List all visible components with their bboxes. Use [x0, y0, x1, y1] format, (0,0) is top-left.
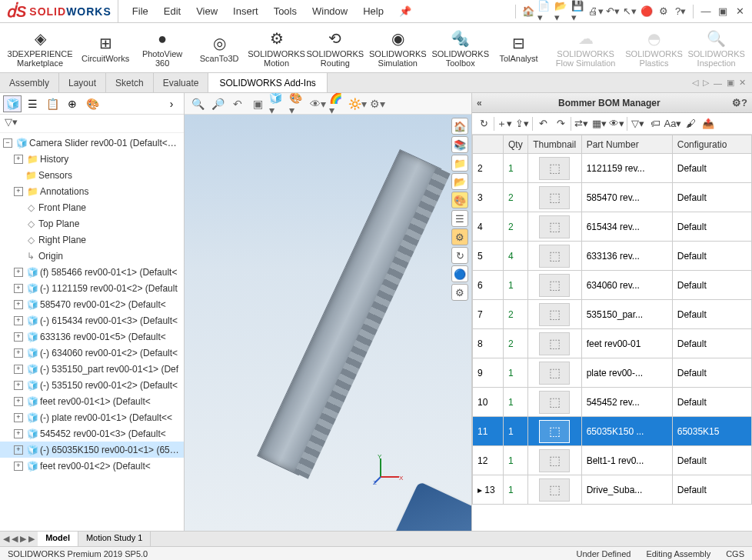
- ribbon-circuitworks[interactable]: ⊞CircuitWorks: [78, 31, 132, 65]
- tree-folder[interactable]: 📁Sensors: [0, 167, 184, 183]
- tree-part[interactable]: +🧊(-) 535150_part rev00-01<1> (Def: [0, 361, 184, 377]
- col-partnumber[interactable]: Part Number: [581, 135, 672, 154]
- export-icon[interactable]: ⇪▾: [514, 115, 531, 132]
- expand-icon[interactable]: +: [14, 462, 23, 471]
- tab-assembly[interactable]: Assembly: [0, 73, 59, 92]
- zoom-fit-icon[interactable]: 🔍: [189, 95, 206, 112]
- fm-display-icon[interactable]: ⊕: [63, 95, 82, 112]
- collapse-icon[interactable]: −: [3, 138, 12, 148]
- tree-part[interactable]: +🧊(-) 535150 rev00-01<2> (Default<: [0, 377, 184, 393]
- ribbon-flow[interactable]: ☁SOLIDWORKS Flow Simulation: [548, 26, 622, 69]
- undo-icon[interactable]: ↶: [534, 115, 551, 132]
- tree-part[interactable]: +🧊(-) plate rev00-01<1> (Default<<: [0, 409, 184, 425]
- tree-part[interactable]: +🧊feet rev00-01<1> (Default<: [0, 393, 184, 409]
- select-icon[interactable]: ↖▾: [622, 4, 637, 19]
- tag-icon[interactable]: 🏷: [647, 115, 664, 132]
- tree-folder[interactable]: ↳Origin: [0, 248, 184, 264]
- col-thumbnail[interactable]: Thumbnail: [527, 135, 581, 154]
- brush-icon[interactable]: 🖌: [682, 115, 699, 132]
- ribbon-plastics[interactable]: ◓SOLIDWORKS Plastics: [626, 26, 683, 69]
- tree-part[interactable]: +🧊feet rev00-01<2> (Default<: [0, 458, 184, 474]
- ribbon-photoview[interactable]: ●PhotoView 360: [135, 26, 189, 69]
- tree-folder[interactable]: ◇Right Plane: [0, 232, 184, 248]
- refresh-icon[interactable]: ↻: [475, 115, 492, 132]
- tree-folder[interactable]: ◇Top Plane: [0, 215, 184, 232]
- tab-nav[interactable]: ◀ ◀ ▶ ▶: [0, 532, 38, 546]
- display-style-icon[interactable]: 🎨▾: [289, 95, 306, 112]
- tab-motion-study[interactable]: Motion Study 1: [78, 532, 151, 546]
- col-configuration[interactable]: Configuratio: [672, 135, 751, 154]
- section-icon[interactable]: ▣: [249, 95, 266, 112]
- doc-min-icon[interactable]: —: [714, 78, 722, 88]
- hide-show-icon[interactable]: 👁▾: [309, 95, 326, 112]
- tree-folder[interactable]: ◇Front Plane: [0, 199, 184, 215]
- minimize-icon[interactable]: —: [698, 4, 714, 19]
- help-icon[interactable]: ?▾: [673, 4, 688, 19]
- open-icon[interactable]: 📂▾: [554, 4, 570, 19]
- expand-icon[interactable]: +: [14, 284, 23, 293]
- expand-icon[interactable]: +: [14, 348, 23, 358]
- table-row[interactable]: 21⬚1121159 rev...Default: [473, 154, 752, 183]
- visibility-icon[interactable]: 👁▾: [608, 115, 625, 132]
- table-row[interactable]: 121⬚Belt1-1 rev0...Default: [473, 446, 752, 475]
- col-qty[interactable]: Qty: [504, 135, 528, 154]
- view-settings-icon[interactable]: ⚙▾: [369, 95, 386, 112]
- tree-folder[interactable]: +📁History: [0, 151, 184, 167]
- expand-icon[interactable]: +: [14, 397, 23, 406]
- menu-window[interactable]: Window: [306, 2, 354, 20]
- fm-expand-icon[interactable]: ›: [162, 95, 181, 112]
- edit-appearance-icon[interactable]: 🌈▾: [329, 95, 346, 112]
- menu-edit[interactable]: Edit: [158, 2, 187, 20]
- col-index[interactable]: [473, 135, 504, 154]
- pin-icon[interactable]: 📌: [393, 2, 418, 20]
- zoom-area-icon[interactable]: 🔎: [209, 95, 226, 112]
- tree-root[interactable]: − 🧊 Camera Slider rev00-01 (Default<Disp: [0, 135, 184, 151]
- tree-part[interactable]: +🧊545452 rev00-01<3> (Default<: [0, 425, 184, 442]
- next-icon[interactable]: ▷: [703, 78, 709, 88]
- add-icon[interactable]: ＋▾: [496, 115, 513, 132]
- doc-close-icon[interactable]: ✕: [739, 78, 746, 88]
- ribbon-routing[interactable]: ⟲SOLIDWORKS Routing: [307, 26, 364, 69]
- tab-evaluate[interactable]: Evaluate: [154, 73, 209, 92]
- previous-view-icon[interactable]: ↶: [229, 95, 246, 112]
- fm-tree[interactable]: − 🧊 Camera Slider rev00-01 (Default<Disp…: [0, 133, 184, 531]
- orientation-triad[interactable]: Y X Z: [373, 454, 404, 485]
- table-row[interactable]: 91⬚plate rev00-...Default: [473, 358, 752, 388]
- tab-model[interactable]: Model: [38, 532, 78, 546]
- apply-scene-icon[interactable]: 🔆▾: [349, 95, 366, 112]
- expand-icon[interactable]: +: [14, 187, 23, 196]
- tab-layout[interactable]: Layout: [59, 73, 106, 92]
- tree-part[interactable]: +🧊(-) 634060 rev00-01<2> (Default<: [0, 345, 184, 361]
- menu-help[interactable]: Help: [357, 2, 390, 20]
- home-icon[interactable]: 🏠: [521, 4, 536, 19]
- tree-part[interactable]: +🧊(-) 65035K150 rev00-01<1> (65035: [0, 442, 184, 458]
- help-icon[interactable]: ?: [741, 97, 747, 108]
- expand-icon[interactable]: +: [14, 268, 23, 277]
- expand-icon[interactable]: +: [14, 429, 23, 438]
- collapse-icon[interactable]: «: [477, 98, 482, 108]
- maximize-icon[interactable]: ▣: [715, 4, 730, 19]
- menu-tools[interactable]: Tools: [268, 2, 303, 20]
- ribbon-marketplace[interactable]: ◈3DEXPERIENCE Marketplace: [5, 26, 75, 69]
- expand-icon[interactable]: +: [14, 316, 23, 325]
- table-row[interactable]: 82⬚feet rev00-01Default: [473, 329, 752, 358]
- menu-insert[interactable]: Insert: [227, 2, 265, 20]
- ribbon-simulation[interactable]: ◉SOLIDWORKS Simulation: [367, 26, 429, 69]
- menu-view[interactable]: View: [190, 2, 224, 20]
- fm-appearance-icon[interactable]: 🎨: [83, 95, 101, 112]
- ribbon-scanto3d[interactable]: ◎ScanTo3D: [192, 31, 246, 65]
- options-icon[interactable]: ⚙: [656, 4, 671, 19]
- menu-file[interactable]: File: [126, 2, 155, 20]
- bom-table[interactable]: Qty Thumbnail Part Number Configuratio 2…: [472, 135, 752, 531]
- fm-tree-icon[interactable]: 🧊: [3, 95, 22, 112]
- tab-addins[interactable]: SOLIDWORKS Add-Ins: [208, 73, 327, 92]
- tree-folder[interactable]: +📁Annotations: [0, 183, 184, 199]
- graphics-viewport[interactable]: 🔍 🔎 ↶ ▣ 🧊▾ 🎨▾ 👁▾ 🌈▾ 🔆▾ ⚙▾ 🏠 📚 📁 📂 🎨 ☰ ⚙ …: [185, 93, 471, 531]
- ribbon-tolanalyst[interactable]: ⊟TolAnalyst: [491, 31, 545, 65]
- table-row[interactable]: 111⬚65035K150 ...65035K15: [473, 417, 752, 446]
- ribbon-toolbox[interactable]: 🔩SOLIDWORKS Toolbox: [432, 26, 489, 69]
- tree-part[interactable]: +🧊(f) 585466 rev00-01<1> (Default<: [0, 264, 184, 280]
- fm-property-icon[interactable]: 📋: [43, 95, 62, 112]
- fm-config-icon[interactable]: ☰: [23, 95, 42, 112]
- table-row[interactable]: 101⬚545452 rev...Default: [473, 388, 752, 417]
